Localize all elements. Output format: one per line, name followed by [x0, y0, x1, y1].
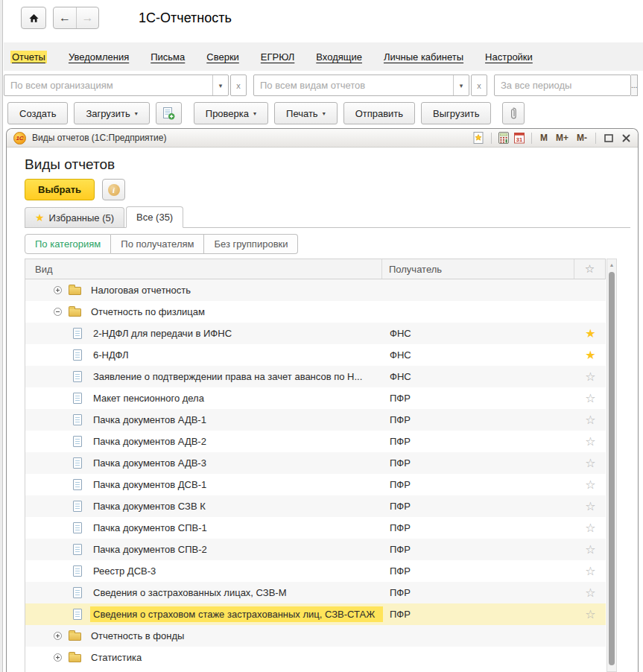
star-outline-icon[interactable]: ☆ — [585, 543, 595, 556]
close-icon[interactable] — [620, 133, 632, 143]
report-types-filter[interactable]: По всем видам отчетов ▾ — [253, 75, 469, 96]
report-row[interactable]: Реестр ДСВ-3ПФР☆ — [25, 560, 606, 582]
export-button-label: Выгрузить — [433, 108, 479, 119]
report-row[interactable]: Макет пенсионного делаПФР☆ — [25, 387, 606, 409]
star-outline-icon[interactable]: ☆ — [585, 500, 595, 513]
memory-plus-button[interactable]: М+ — [554, 133, 570, 143]
dialog-tab[interactable]: Все (35) — [126, 206, 183, 228]
forward-button[interactable]: → — [76, 7, 98, 28]
report-row[interactable]: Пачка документов АДВ-2ПФР☆ — [25, 431, 606, 452]
nav-tab[interactable]: Уведомления — [69, 51, 129, 63]
nav-tab[interactable]: Письма — [151, 51, 185, 63]
table-scrollbar[interactable]: ▲ — [606, 259, 617, 672]
document-icon — [73, 393, 82, 404]
dialog-button-row: Выбрать i — [25, 179, 125, 200]
new-document-button[interactable] — [156, 102, 182, 124]
nav-tab[interactable]: Сверки — [206, 51, 239, 63]
periods-filter[interactable]: За все периоды — [494, 75, 631, 96]
report-row[interactable]: Пачка документов СПВ-1ПФР☆ — [25, 517, 606, 539]
tree-folder-row[interactable]: Отчетность по физлицам — [25, 301, 606, 323]
collapse-icon[interactable] — [54, 308, 62, 316]
star-outline-icon[interactable]: ☆ — [585, 478, 595, 491]
chevron-down-icon[interactable]: ▾ — [453, 75, 469, 95]
star-outline-icon[interactable]: ☆ — [585, 586, 595, 599]
chevron-down-icon[interactable]: ▾ — [212, 75, 228, 95]
star-outline-icon[interactable]: ☆ — [585, 392, 595, 405]
scrollbar-thumb[interactable] — [609, 272, 615, 665]
report-row[interactable]: Пачка документов СПВ-2ПФР☆ — [25, 539, 606, 560]
export-button[interactable]: Выгрузить — [421, 102, 491, 124]
document-icon — [73, 609, 82, 620]
tree-folder-row[interactable]: Отчетность в фонды — [25, 625, 606, 647]
report-row[interactable]: Пачка документов АДВ-1ПФР☆ — [25, 409, 606, 431]
calendar-icon[interactable]: 31 — [514, 132, 525, 144]
star-outline-icon[interactable]: ☆ — [585, 370, 595, 383]
report-row[interactable]: Пачка документов ДСВ-1ПФР☆ — [25, 474, 606, 495]
favorites-icon[interactable] — [472, 132, 484, 144]
send-button[interactable]: Отправить — [343, 102, 415, 124]
star-outline-icon[interactable]: ☆ — [585, 413, 595, 426]
star-outline-icon[interactable]: ☆ — [585, 565, 595, 577]
report-row[interactable]: Сведения о застрахованных лицах, СЗВ-МПФ… — [25, 582, 606, 603]
row-label: Пачка документов СЗВ К — [90, 498, 209, 514]
cell-recipient: ПФР — [383, 587, 575, 598]
periods-filter-placeholder: За все периоды — [501, 80, 571, 91]
tree-folder-row[interactable]: Статистика — [25, 647, 606, 668]
memory-minus-button[interactable]: М- — [575, 133, 589, 143]
report-row[interactable]: Заявление о подтверждении права на зачет… — [25, 366, 606, 387]
column-header-vid[interactable]: Вид — [25, 259, 382, 279]
scroll-up-icon[interactable]: ▲ — [607, 259, 616, 270]
tree-folder-row[interactable]: Налоговая отчетность — [25, 279, 606, 301]
print-button[interactable]: Печать▾ — [274, 102, 338, 124]
row-label: Пачка документов АДВ-2 — [90, 434, 209, 449]
nav-tab[interactable]: Настройки — [485, 51, 533, 63]
report-row[interactable]: Пачка документов СЗВ КПФР☆ — [25, 495, 606, 517]
home-button[interactable] — [21, 7, 46, 29]
star-outline-icon[interactable]: ☆ — [585, 457, 595, 469]
report-row[interactable]: 2-НДФЛ для передачи в ИФНСФНС★ — [25, 323, 606, 344]
row-label: Сведения о застрахованных лицах, СЗВ-М — [90, 585, 290, 600]
star-filled-icon[interactable]: ★ — [585, 349, 595, 361]
back-button[interactable]: ← — [54, 7, 76, 28]
column-header-recipient[interactable]: Получатель — [382, 259, 574, 279]
cell-vid: Пачка документов АДВ-1 — [25, 409, 383, 431]
nav-tab[interactable]: Входящие — [316, 51, 362, 63]
create-button[interactable]: Создать — [7, 102, 68, 124]
organizations-filter[interactable]: По всем организациям ▾ — [4, 75, 229, 96]
row-label: Заявление о подтверждении права на зачет… — [90, 369, 365, 384]
dialog-title: Виды отчетов (1С:Предприятие) — [32, 133, 472, 143]
calculator-icon[interactable] — [498, 132, 509, 144]
organizations-filter-clear-button[interactable]: x — [230, 75, 247, 96]
report-row[interactable]: 6-НДФЛФНС★ — [25, 344, 606, 366]
cell-favorite: ☆ — [575, 393, 606, 405]
select-button[interactable]: Выбрать — [25, 179, 95, 200]
star-outline-icon[interactable]: ☆ — [585, 435, 595, 448]
grouping-tab[interactable]: По категориям — [25, 234, 111, 254]
expand-icon[interactable] — [54, 653, 62, 662]
memory-recall-button[interactable]: М — [539, 133, 549, 143]
nav-tab[interactable]: Отчеты — [10, 51, 47, 63]
maximize-button[interactable] — [603, 133, 615, 143]
star-outline-icon[interactable]: ☆ — [585, 522, 595, 534]
nav-tab[interactable]: ЕГРЮЛ — [261, 51, 294, 63]
attachment-button[interactable] — [502, 102, 525, 124]
load-button[interactable]: Загрузить▾ — [74, 102, 149, 124]
grouping-tab[interactable]: По получателям — [111, 234, 204, 254]
star-outline-icon[interactable]: ☆ — [585, 608, 595, 621]
expand-icon[interactable] — [54, 286, 62, 294]
expand-icon[interactable] — [54, 632, 62, 640]
grouping-tab[interactable]: Без группировки — [204, 234, 298, 254]
document-icon — [73, 501, 82, 512]
row-label: Отчетность в фонды — [88, 628, 187, 644]
periods-more-button[interactable]: ... — [631, 75, 638, 96]
nav-tab[interactable]: Личные кабинеты — [384, 51, 463, 63]
report-row[interactable]: Сведения о страховом стаже застрахованны… — [25, 603, 606, 625]
row-label: Отчетность по физлицам — [88, 304, 208, 320]
report-types-filter-clear-button[interactable]: x — [471, 75, 487, 96]
report-row[interactable]: Пачка документов АДВ-3ПФР☆ — [25, 452, 606, 474]
column-header-favorite[interactable]: ☆ — [574, 262, 605, 276]
check-button[interactable]: Проверка▾ — [194, 102, 268, 124]
info-button[interactable]: i — [102, 179, 125, 200]
dialog-tab[interactable]: ★Избранные (5) — [25, 207, 124, 227]
star-filled-icon[interactable]: ★ — [585, 327, 595, 340]
